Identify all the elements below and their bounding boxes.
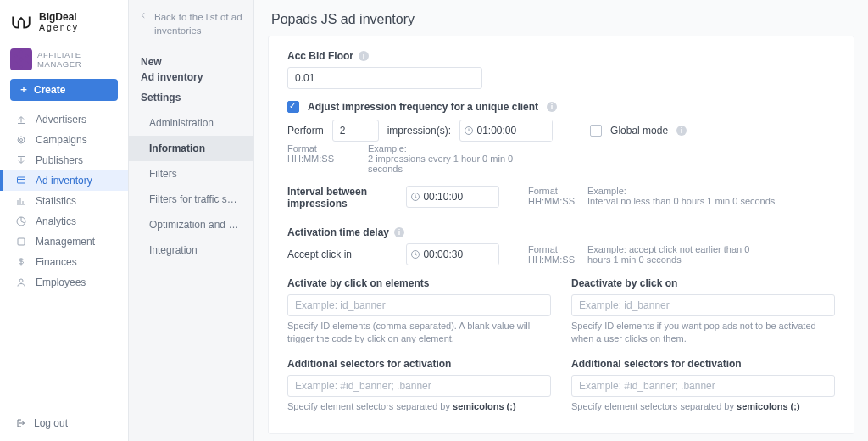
chevron-left-icon — [139, 10, 147, 37]
sub-item-integration[interactable]: Integration — [129, 237, 253, 263]
acc-bid-floor-input[interactable] — [287, 67, 482, 89]
nav-label: Advertisers — [36, 114, 86, 126]
create-button-label: Create — [34, 84, 65, 96]
acc-bid-floor-label: Acc Bid Floor — [287, 50, 353, 62]
info-icon: i — [359, 51, 369, 61]
activate-click-hint: Specify ID elements (comma-separated). A… — [287, 320, 551, 346]
sub-item-filters-traffic[interactable]: Filters for traffic sour... — [129, 187, 253, 212]
sub-settings: Settings — [129, 87, 253, 105]
perform-label: Perform — [287, 125, 324, 137]
impression-time-input[interactable] — [476, 120, 552, 141]
accept-click-input[interactable] — [423, 244, 498, 265]
nav-advertisers[interactable]: Advertisers — [0, 109, 128, 130]
page-title: Popads JS ad inventory — [254, 0, 868, 36]
interval-input[interactable] — [423, 187, 498, 207]
brand-name: BigDeal Agency — [39, 12, 79, 33]
svg-point-1 — [14, 54, 17, 57]
svg-point-3 — [14, 61, 17, 64]
nav-label: Statistics — [36, 195, 76, 207]
activate-click-input[interactable] — [287, 294, 551, 316]
sub-item-filters[interactable]: Filters — [129, 161, 253, 187]
add-sel-act-input[interactable] — [287, 375, 551, 397]
perform-input[interactable] — [332, 120, 379, 142]
nav-management[interactable]: Management — [0, 232, 128, 252]
info-icon: i — [547, 102, 557, 112]
sub-new: New — [129, 56, 253, 71]
nav-employees[interactable]: Employees — [0, 272, 128, 293]
nav-finances[interactable]: Finances — [0, 252, 128, 272]
add-sel-act-label: Additional selectors for activation — [287, 358, 551, 370]
format-hint: Format HH:MM:SS — [528, 186, 579, 206]
deactivate-click-input[interactable] — [571, 294, 835, 316]
svg-point-8 — [20, 138, 23, 141]
plus-icon: ＋ — [19, 82, 29, 97]
svg-point-4 — [25, 61, 28, 64]
nav-campaigns[interactable]: Campaigns — [0, 130, 128, 150]
chart-icon — [15, 196, 27, 206]
create-button[interactable]: ＋ Create — [10, 79, 118, 101]
logout-button[interactable]: Log out — [0, 409, 128, 441]
logout-label: Log out — [34, 417, 68, 429]
global-mode-label: Global mode — [610, 125, 668, 137]
clock-icon — [407, 192, 423, 202]
sub-item-administration[interactable]: Administration — [129, 110, 253, 136]
global-mode-checkbox[interactable] — [590, 125, 602, 137]
nav-label: Publishers — [36, 154, 83, 166]
role-label: AFFILIATE MANAGER — [37, 50, 118, 69]
nav-label: Management — [36, 236, 95, 248]
brand: BigDeal Agency — [0, 8, 128, 45]
impression-time — [459, 120, 553, 142]
nav-publishers[interactable]: Publishers — [0, 150, 128, 170]
deactivate-click-label: Deactivate by click on — [571, 277, 835, 289]
main-nav: Advertisers Campaigns Publishers Ad inve… — [0, 109, 128, 293]
activate-click-label: Activate by click on elements — [287, 277, 551, 289]
example-hint: Example: 2 impressions every 1 hour 0 mi… — [368, 143, 537, 174]
back-link[interactable]: Back to the list of ad inventories — [129, 10, 253, 51]
brand-logo-icon — [10, 14, 32, 31]
activation-delay-label: Activation time delay — [287, 226, 389, 238]
svg-rect-9 — [18, 177, 25, 183]
sub-item-optimization[interactable]: Optimization and rules — [129, 212, 253, 237]
main-content: Popads JS ad inventory Acc Bid Floor i A… — [254, 0, 868, 441]
sub-sidebar: Back to the list of ad inventories New A… — [129, 0, 254, 441]
download-icon — [15, 155, 27, 165]
inventory-icon — [15, 176, 27, 186]
info-icon: i — [676, 126, 687, 136]
nav-label: Finances — [36, 256, 77, 268]
sub-nav: Administration Information Filters Filte… — [129, 110, 253, 263]
nav-statistics[interactable]: Statistics — [0, 191, 128, 211]
add-sel-deact-input[interactable] — [571, 375, 835, 397]
sub-title: Ad inventory — [129, 71, 253, 87]
adjust-frequency-checkbox[interactable] — [287, 101, 299, 113]
nav-label: Employees — [36, 276, 86, 288]
interval-example: Example: Interval no less than 0 hours 1… — [587, 186, 775, 206]
sub-item-information[interactable]: Information — [129, 136, 253, 161]
role-badge-icon — [10, 48, 32, 70]
target-icon — [15, 135, 27, 145]
svg-point-12 — [19, 279, 23, 282]
interval-input-wrap — [406, 186, 499, 208]
back-link-label: Back to the list of ad inventories — [154, 10, 243, 37]
upload-icon — [15, 114, 27, 125]
nav-analytics[interactable]: Analytics — [0, 211, 128, 232]
interval-label: Interval between impressions — [287, 186, 398, 209]
accept-click-label: Accept click in — [287, 248, 398, 260]
pie-icon — [15, 216, 27, 226]
svg-rect-11 — [18, 238, 25, 245]
nav-label: Analytics — [36, 215, 76, 227]
settings-panel: Acc Bid Floor i Adjust impression freque… — [268, 36, 854, 434]
nav-ad-inventory[interactable]: Ad inventory — [0, 170, 128, 191]
svg-point-0 — [19, 58, 23, 61]
svg-point-7 — [18, 137, 25, 143]
user-icon — [15, 277, 27, 287]
setup-icon — [15, 237, 27, 247]
adjust-frequency-label: Adjust impression frequency for a unique… — [308, 101, 538, 113]
info-icon: i — [394, 227, 404, 237]
nav-label: Campaigns — [36, 134, 87, 146]
accept-click-example: Example: accept click not earlier than 0… — [587, 244, 774, 265]
dollar-icon — [15, 257, 27, 267]
clock-icon — [407, 249, 423, 260]
nav-label: Ad inventory — [36, 175, 92, 187]
impressions-label: impression(s): — [387, 125, 451, 137]
format-hint: Format HH:MM:SS — [528, 244, 579, 265]
